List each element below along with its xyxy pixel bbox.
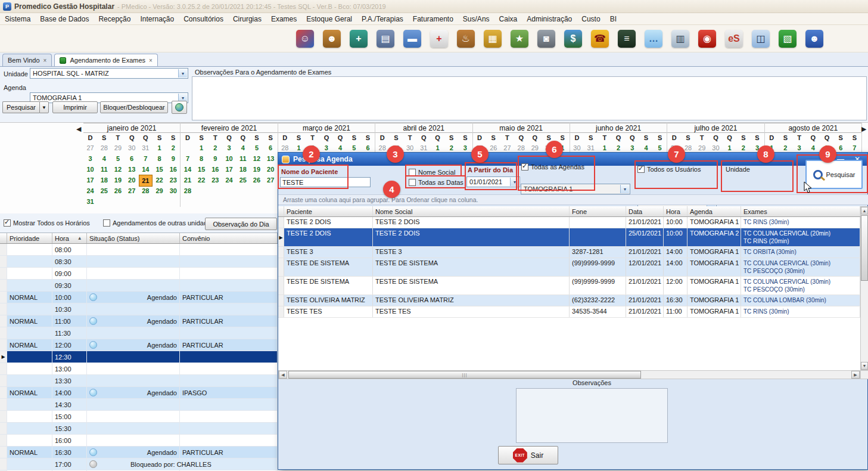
calendar-day[interactable]: 26 — [250, 175, 263, 185]
calendar-day[interactable]: 28 — [97, 142, 111, 153]
pesquisar-dropdown-arrow[interactable]: ▼ — [39, 101, 49, 113]
schedule-row[interactable]: 15:00 — [0, 411, 278, 423]
menu-item[interactable]: Estoque Geral — [301, 13, 357, 25]
tab-agendamento-exames[interactable]: Agendamento de Exames × — [54, 54, 157, 66]
calendar-day[interactable]: 24 — [83, 185, 97, 196]
ambulance-icon[interactable]: + — [430, 30, 448, 48]
esocial-icon[interactable]: eS — [725, 30, 743, 48]
calendar-day[interactable]: 27 — [125, 185, 139, 196]
bed-icon[interactable]: ▬ — [403, 30, 421, 48]
calendar-day[interactable]: 19 — [250, 164, 263, 175]
menu-item[interactable]: Sus/Ans — [458, 13, 494, 25]
internment-icon[interactable]: ▤ — [377, 30, 394, 48]
scroll-down-icon[interactable]: ▼ — [861, 362, 868, 370]
tab-bem-vindo[interactable]: Bem Vindo × — [2, 54, 52, 66]
calendar-day[interactable]: 20 — [125, 175, 139, 187]
a-partir-dia-select[interactable]: 01/01/2021 ▾ — [466, 176, 520, 187]
user-icon[interactable]: ☻ — [805, 30, 823, 48]
nome-social-checkbox[interactable]: Nome Social — [409, 169, 455, 176]
calendar-day[interactable]: 25 — [97, 185, 111, 196]
scroll-up-icon[interactable]: ▲ — [861, 207, 868, 215]
calendar-day[interactable]: 10 — [83, 164, 97, 175]
schedule-row[interactable]: 14:30 — [0, 399, 278, 411]
menu-item[interactable]: Exames — [266, 13, 301, 25]
calendar-day[interactable]: 29 — [153, 185, 166, 196]
schedule-row[interactable]: 08:00 — [0, 244, 278, 256]
column-header[interactable]: Fone — [570, 206, 626, 216]
scroll-right-icon[interactable]: ▶ — [851, 371, 860, 379]
tab-close-icon[interactable]: × — [43, 57, 47, 64]
calendar-day[interactable]: 5 — [111, 153, 125, 164]
schedule-row[interactable]: ▶12:30 — [0, 351, 278, 363]
menu-item[interactable]: Custo — [577, 13, 605, 25]
calendar-day[interactable]: 24 — [222, 175, 236, 185]
calendar-day[interactable]: 7 — [181, 153, 194, 164]
calendar-day[interactable]: 13 — [264, 153, 278, 164]
calendar-day[interactable]: 2 — [209, 142, 222, 153]
observacao-dia-button[interactable]: Observação do Dia — [205, 218, 277, 230]
calendar-day[interactable]: 4 — [97, 153, 111, 164]
schedule-row[interactable]: 15:30 — [0, 423, 278, 435]
schedule-row[interactable]: NORMAL11:00AgendadoPARTICULAR — [0, 315, 278, 327]
insurance-column-header[interactable]: Convênio — [180, 233, 278, 243]
calendar-day[interactable]: 11 — [97, 164, 111, 175]
todas-datas-checkbox[interactable]: Todas as Datas — [409, 179, 463, 186]
phone-icon[interactable]: ☎ — [591, 30, 609, 48]
calendar-day[interactable]: 27 — [83, 142, 97, 153]
calendar-day[interactable]: 30 — [166, 185, 180, 196]
sair-button[interactable]: EXIT Sair — [498, 446, 558, 464]
schedule-row[interactable]: 16:00 — [0, 435, 278, 447]
observacoes-box[interactable] — [516, 388, 668, 443]
menu-item[interactable]: Sistema — [0, 13, 35, 25]
menu-item[interactable]: Internação — [135, 13, 179, 25]
result-row[interactable]: TESTE DE SISTEMATESTE DE SISTEMA(99)9999… — [278, 277, 860, 295]
chat-icon[interactable]: … — [645, 30, 662, 48]
calendar-day[interactable]: 22 — [153, 175, 166, 187]
priority-column-header[interactable]: Prioridade — [7, 233, 52, 243]
agenda-filter-select[interactable]: TOMOGRAFIA 1 ▾ — [521, 184, 630, 194]
calendar-day[interactable]: 1 — [195, 142, 209, 153]
vault-icon[interactable]: ◙ — [537, 30, 555, 48]
calendar-day[interactable]: 6 — [125, 153, 139, 164]
observacoes-agendamento-box[interactable] — [192, 76, 867, 120]
schedule-row[interactable]: NORMAL14:00AgendadoIPASGO — [0, 387, 278, 399]
results-horizontal-scrollbar[interactable]: ◀ ||| ▶ — [278, 370, 860, 379]
reception-icon[interactable]: ☺ — [296, 30, 314, 48]
calendar-day[interactable]: 3 — [222, 142, 236, 153]
menu-item[interactable]: Faturamento — [408, 13, 458, 25]
calendar-day[interactable]: 5 — [250, 142, 263, 153]
schedule-row[interactable]: NORMAL12:00AgendadoPARTICULAR — [0, 339, 278, 351]
nome-paciente-input[interactable] — [280, 177, 371, 187]
schedule-row[interactable]: 11:30 — [0, 327, 278, 339]
other-units-checkbox[interactable]: Agendamentos de outras unidades — [103, 219, 214, 227]
bloquear-desbloquear-button[interactable]: Bloquer/Desbloquear — [100, 101, 168, 113]
calendar-day[interactable]: 22 — [195, 175, 209, 185]
calendar-day[interactable]: 16 — [209, 164, 222, 175]
result-row[interactable]: TESTE DE SISTEMATESTE DE SISTEMA(99)9999… — [278, 258, 860, 277]
calendar-day[interactable]: 15 — [195, 164, 209, 175]
menu-item[interactable]: P.A./Terapias — [357, 13, 408, 25]
calendar-prev-arrow[interactable]: ◀ — [76, 125, 81, 133]
calendar-day[interactable]: 20 — [264, 164, 278, 175]
power-icon[interactable]: ◉ — [698, 30, 716, 48]
calendar-day[interactable]: 19 — [111, 175, 125, 187]
ledger-icon[interactable]: ≡ — [618, 30, 636, 48]
result-row[interactable]: TESTE TESTESTE TES34535-354421/01/202111… — [278, 306, 860, 318]
calendar-next-arrow[interactable]: ▶ — [861, 125, 866, 133]
calendar-day[interactable]: 14 — [181, 164, 194, 175]
column-header[interactable]: Exames — [741, 206, 860, 216]
calendar-day[interactable]: 3 — [83, 153, 97, 164]
sql-monitor-icon[interactable]: ▧ — [779, 30, 797, 48]
pesquisar-button[interactable]: Pesquisar — [2, 101, 39, 113]
calendar-day[interactable]: 12 — [250, 153, 263, 164]
calendar-day[interactable]: 28 — [181, 185, 194, 196]
calendar-day[interactable]: 21 — [181, 175, 194, 185]
calendar-day[interactable]: 25 — [236, 175, 250, 185]
agriculture-icon[interactable]: ★ — [511, 30, 528, 48]
finance-icon[interactable]: $ — [564, 30, 582, 48]
calendar-day[interactable]: 23 — [209, 175, 222, 185]
stock-icon[interactable]: ▦ — [484, 30, 502, 48]
calendar-day[interactable]: 31 — [139, 142, 153, 153]
menu-item[interactable]: BI — [605, 13, 621, 25]
schedule-row[interactable]: NORMAL10:00AgendadoPARTICULAR — [0, 292, 278, 303]
